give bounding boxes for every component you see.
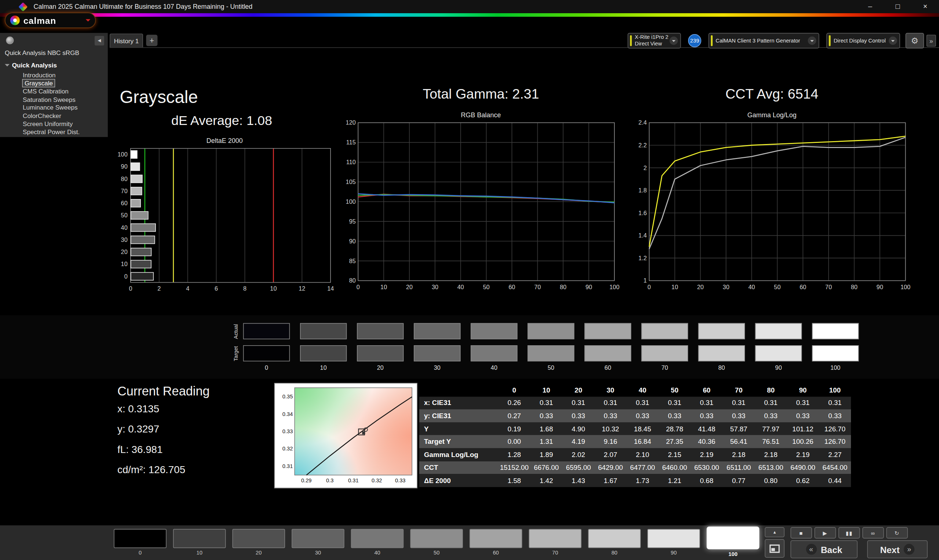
sidebar-item-colorchecker[interactable]: ColorChecker [0, 112, 108, 120]
svg-text:60: 60 [800, 284, 806, 290]
svg-text:30: 30 [432, 284, 438, 290]
app-window: Calman 2025 Calman Ultimate for Business… [0, 0, 939, 560]
svg-text:30: 30 [723, 284, 729, 290]
sidebar-item-spectral-power-dist[interactable]: Spectral Power Dist. [0, 128, 108, 136]
pattern-window-button[interactable] [765, 539, 785, 558]
pause-button[interactable]: ▮▮ [839, 527, 860, 538]
pattern-patch-40[interactable]: 40 [351, 529, 404, 555]
settings-button[interactable]: ⚙ [906, 33, 924, 48]
play-button[interactable]: ▶ [814, 527, 836, 538]
svg-text:2: 2 [157, 285, 161, 292]
back-chevrons-icon: « [806, 544, 817, 554]
calman-menu-button[interactable]: calman [5, 12, 96, 28]
actual-row-label: Actual [233, 322, 239, 341]
add-tab-button[interactable]: + [146, 35, 157, 46]
pattern-patch-70[interactable]: 70 [529, 529, 582, 555]
swatch-target-50 [527, 345, 574, 362]
swatch-target-40 [470, 345, 517, 362]
svg-text:70: 70 [825, 284, 832, 290]
sidebar-collapse-icon[interactable]: ◀ [95, 36, 104, 45]
pattern-patch-60[interactable]: 60 [470, 529, 522, 555]
swatch-level-label: 100 [830, 364, 840, 371]
loop-button[interactable]: ∞ [862, 527, 884, 538]
page-title: Grayscale [120, 87, 198, 107]
svg-text:20: 20 [406, 284, 413, 290]
pattern-generator-name: CalMAN Client 3 Pattern Generator [715, 37, 800, 44]
pattern-generator-dropdown[interactable]: CalMAN Client 3 Pattern Generator [708, 33, 819, 48]
chevron-up-icon: ▲ [772, 530, 777, 534]
chevron-down-icon[interactable] [889, 37, 897, 45]
chevron-down-icon[interactable] [808, 37, 816, 45]
refresh-button[interactable]: ↻ [886, 527, 908, 538]
swatch-actual-30 [414, 323, 460, 339]
svg-text:40: 40 [457, 284, 464, 290]
pattern-patch-90[interactable]: 90 [648, 529, 700, 555]
patch-swatch[interactable] [588, 529, 641, 548]
meter-dropdown[interactable]: X-Rite i1Pro 2 Direct View [628, 33, 681, 48]
swatch-target-20 [357, 345, 404, 362]
sidebar-item-cms-calibration[interactable]: CMS Calibration [0, 88, 108, 95]
maximize-button[interactable]: □ [884, 0, 911, 13]
stop-button[interactable]: ■ [791, 527, 812, 538]
chevron-down-icon[interactable] [669, 37, 678, 45]
pattern-patch-100[interactable]: 100 [707, 529, 760, 557]
pattern-patch-30[interactable]: 30 [291, 529, 344, 555]
patch-swatch[interactable] [470, 529, 522, 548]
patch-swatch[interactable] [351, 529, 404, 548]
patch-swatch[interactable] [232, 529, 285, 548]
patch-swatch[interactable] [529, 529, 582, 548]
sidebar-item-introduction[interactable]: Introduction [0, 71, 108, 79]
table-col-header: 60 [691, 386, 723, 394]
tab-history-1[interactable]: History 1 [109, 33, 143, 47]
swatch-actual-10 [300, 323, 347, 339]
close-button[interactable]: × [911, 0, 939, 13]
svg-text:105: 105 [346, 178, 356, 185]
patch-swatch[interactable] [114, 529, 167, 548]
pattern-patch-10[interactable]: 10 [173, 529, 226, 555]
back-button[interactable]: « Back [791, 540, 857, 558]
workflow-root-node[interactable]: Quick Analysis [5, 62, 57, 69]
patch-label: 90 [671, 550, 677, 555]
swatch-column-10: 10 [300, 323, 347, 371]
patch-swatch[interactable] [707, 527, 760, 549]
toolbar-collapse-button[interactable]: » [927, 35, 936, 47]
patch-swatch[interactable] [291, 529, 344, 548]
reading-x: x: 0.3135 [117, 403, 159, 415]
patch-swatch[interactable] [648, 529, 700, 548]
swatch-target-80 [698, 345, 745, 362]
patch-swatch[interactable] [410, 529, 463, 548]
svg-text:120: 120 [346, 120, 356, 126]
deltae-chart-plot: 024681012141009080706050403020100 [111, 146, 338, 295]
cie-y-tick: 0.35 [276, 394, 293, 400]
spectrum-strip [0, 13, 939, 17]
svg-text:1.8: 1.8 [638, 187, 647, 194]
pattern-generator-accent-bar [711, 35, 713, 46]
sidebar-item-luminance-sweeps[interactable]: Luminance Sweeps [0, 104, 108, 112]
reading-y: y: 0.3297 [117, 424, 159, 436]
cie-x-tick: 0.3 [323, 477, 337, 483]
display-control-dropdown[interactable]: Direct Display Control [826, 33, 900, 48]
svg-text:10: 10 [672, 284, 678, 290]
pattern-patch-50[interactable]: 50 [410, 529, 463, 555]
sidebar-item-saturation-sweeps[interactable]: Saturation Sweeps [0, 95, 108, 104]
svg-text:115: 115 [346, 139, 356, 146]
table-col-header: 80 [755, 386, 787, 394]
sidebar-item-screen-uniformity[interactable]: Screen Uniformity [0, 120, 108, 128]
pattern-patch-20[interactable]: 20 [232, 529, 285, 555]
svg-text:50: 50 [483, 284, 490, 290]
patch-row-expand-button[interactable]: ▲ [765, 527, 785, 537]
pattern-patch-80[interactable]: 80 [588, 529, 641, 555]
pattern-patch-0[interactable]: 0 [114, 529, 167, 555]
calman-menu-chevron-icon[interactable] [85, 17, 90, 24]
patch-swatch[interactable] [173, 529, 226, 548]
grayscale-swatch-strip: Actual Target 0102030405060708090100 [0, 315, 939, 378]
reading-cdm2: cd/m²: 126.705 [117, 465, 185, 477]
sidebar-item-grayscale[interactable]: Grayscale [0, 79, 108, 87]
next-button[interactable]: Next » [867, 540, 928, 558]
rgb-balance-chart: RGB Balance 0102030405060708090100120115… [340, 111, 621, 295]
table-col-header: 10 [530, 386, 562, 394]
swatch-column-70: 70 [641, 323, 688, 371]
table-row-e-2000: ΔE 20001.581.421.431.671.731.210.680.770… [419, 474, 851, 487]
minimize-button[interactable]: – [856, 0, 884, 13]
svg-text:2.2: 2.2 [638, 142, 647, 148]
